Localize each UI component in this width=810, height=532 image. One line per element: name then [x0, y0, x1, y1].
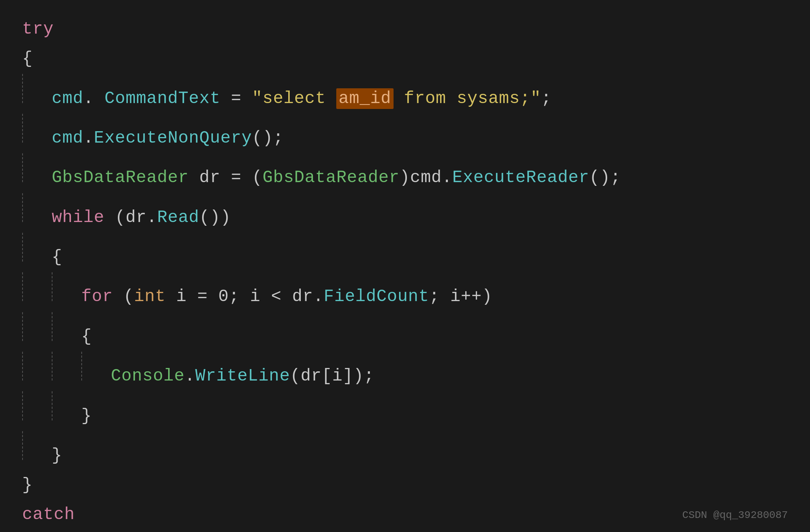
token-kw-white: ())	[199, 208, 231, 227]
token-kw-teal: WriteLine	[195, 366, 290, 386]
token-kw-orange: int	[134, 287, 166, 306]
token-kw-teal: cmd	[52, 89, 84, 108]
code-line: {	[22, 312, 788, 351]
token-kw-white: dr = (	[189, 168, 263, 187]
token-kw-white: .	[185, 366, 195, 386]
code-line: {	[22, 233, 788, 272]
code-line: }	[22, 431, 788, 470]
code-line: {	[22, 44, 788, 73]
token-kw-pink: while	[52, 208, 105, 227]
code-line: try	[22, 15, 788, 44]
code-line: for (int i = 0; i < dr.FieldCount; i++)	[22, 272, 788, 311]
token-kw-teal: CommandText	[105, 89, 221, 108]
code-line: GbsDataReader dr = (GbsDataReader)cmd.Ex…	[22, 153, 788, 192]
token-kw-pink: try	[22, 20, 54, 39]
code-line: {	[22, 530, 788, 532]
code-line: cmd.ExecuteNonQuery();	[22, 114, 788, 153]
token-kw-white: (dr.	[105, 208, 157, 227]
watermark: CSDN @qq_39280087	[682, 509, 788, 521]
token-kw-white: ();	[252, 129, 284, 148]
token-kw-teal: ExecuteNonQuery	[94, 129, 252, 148]
token-kw-white: ; i++)	[429, 287, 492, 306]
token-brace: {	[81, 327, 92, 346]
token-kw-white: ();	[589, 168, 621, 187]
code-line: cmd. CommandText = "select am_id from sy…	[22, 74, 788, 113]
code-block: try{cmd. CommandText = "select am_id fro…	[22, 15, 788, 532]
code-container: try{cmd. CommandText = "select am_id fro…	[0, 0, 810, 532]
token-kw-pink: for	[81, 287, 113, 306]
token-brace: {	[22, 49, 33, 68]
token-kw-white: =	[220, 89, 252, 108]
token-brace: }	[81, 406, 92, 426]
token-kw-white: .	[84, 89, 105, 108]
code-line: }	[22, 391, 788, 430]
token-highlight: am_id	[336, 88, 394, 109]
token-brace: }	[52, 446, 62, 465]
token-kw-white: (	[113, 287, 134, 306]
code-line: catch	[22, 500, 788, 529]
token-kw-white: .	[84, 129, 94, 148]
token-kw-white: ;	[541, 89, 552, 108]
token-kw-white: )cmd.	[399, 168, 452, 187]
token-kw-teal: Read	[157, 208, 199, 227]
token-kw-white: i = 0; i < dr.	[166, 287, 324, 306]
token-kw-green: GbsDataReader	[52, 168, 189, 187]
token-kw-teal: FieldCount	[324, 287, 429, 306]
token-kw-teal: cmd	[52, 129, 84, 148]
token-kw-pink: catch	[22, 505, 75, 524]
token-str-yellow: "select	[252, 89, 336, 108]
code-line: }	[22, 471, 788, 499]
token-kw-green: Console	[111, 366, 185, 386]
token-kw-green: GbsDataReader	[263, 168, 400, 187]
token-kw-teal: ExecuteReader	[452, 168, 589, 187]
token-brace: {	[52, 248, 62, 267]
code-line: while (dr.Read())	[22, 193, 788, 232]
token-str-yellow: from sysams;"	[394, 89, 541, 108]
token-kw-white: (dr[i]);	[290, 366, 374, 386]
code-line: Console.WriteLine(dr[i]);	[22, 352, 788, 391]
token-brace: }	[22, 475, 33, 495]
